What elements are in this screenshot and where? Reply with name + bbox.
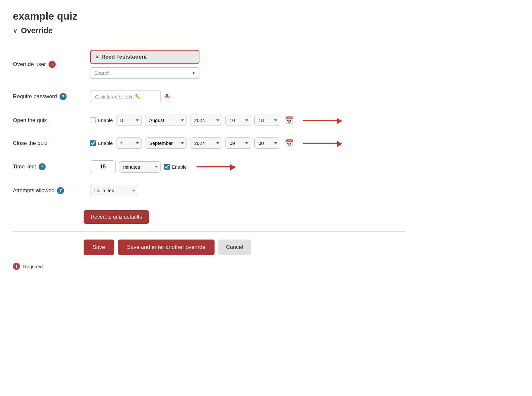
password-placeholder: Click to enter text	[95, 94, 132, 99]
close-quiz-minute-select[interactable]: 00	[254, 137, 280, 149]
time-limit-label: Time limit	[13, 164, 36, 170]
time-limit-arrow	[197, 166, 235, 167]
open-quiz-month-select[interactable]: August	[145, 115, 187, 126]
close-quiz-label-cell: Close the quiz	[13, 140, 84, 146]
open-quiz-field: Enable 8 August 2024 10 18 📅	[90, 115, 405, 126]
require-password-label-cell: Require password ?	[13, 93, 84, 100]
attempts-allowed-label: Attempts allowed	[13, 187, 54, 194]
close-quiz-hour-select[interactable]: 09	[225, 137, 251, 149]
override-user-row: Override user ! × Reed Teststudent Searc…	[13, 44, 405, 84]
time-limit-enable-checkbox[interactable]: Enable	[164, 164, 187, 170]
override-user-field: × Reed Teststudent Search ▼	[90, 50, 405, 79]
selected-user-tag[interactable]: × Reed Teststudent	[90, 50, 199, 64]
close-quiz-arrow	[303, 143, 342, 144]
help-icon-attempts[interactable]: ?	[57, 187, 64, 194]
divider	[13, 231, 405, 232]
open-quiz-enable-checkbox[interactable]: Enable	[90, 118, 113, 123]
close-quiz-day-select[interactable]: 4	[116, 137, 142, 149]
required-note: ! Required	[13, 263, 405, 270]
close-quiz-row: Close the quiz Enable 4 September 2024 0…	[13, 132, 405, 155]
open-quiz-minute-select[interactable]: 18	[254, 115, 280, 126]
help-icon-password[interactable]: ?	[60, 93, 67, 100]
save-button[interactable]: Save	[84, 240, 114, 255]
time-unit-select[interactable]: minutes hours	[119, 161, 161, 173]
required-text: Required	[23, 264, 43, 269]
require-password-row: Require password ? Click to enter text ✏…	[13, 84, 405, 109]
time-limit-enable-label: Enable	[172, 164, 187, 170]
close-quiz-month-select[interactable]: September	[145, 137, 187, 149]
chevron-icon: ∨	[13, 27, 18, 34]
required-icon-override: !	[49, 61, 56, 68]
open-quiz-label-cell: Open the quiz	[13, 117, 84, 124]
dropdown-arrow-icon: ▼	[192, 71, 195, 75]
remove-user-button[interactable]: ×	[96, 54, 99, 60]
open-quiz-label: Open the quiz	[13, 117, 47, 124]
open-quiz-arrow	[303, 120, 342, 121]
open-quiz-day-select[interactable]: 8	[116, 115, 142, 126]
page-title: example quiz	[13, 10, 405, 22]
search-placeholder: Search	[94, 70, 110, 76]
eye-icon[interactable]: 👁	[164, 93, 170, 100]
cancel-button[interactable]: Cancel	[218, 240, 251, 255]
password-input-wrap: Click to enter text ✏️ 👁	[90, 90, 170, 103]
close-quiz-enable-label: Enable	[98, 140, 113, 146]
bottom-buttons: Save Save and enter another override Can…	[84, 240, 405, 255]
attempts-allowed-row: Attempts allowed ? Unlimited 1 2 3 4 5	[13, 179, 405, 202]
selected-user-name: Reed Teststudent	[101, 54, 147, 60]
help-icon-timelimit[interactable]: ?	[39, 163, 46, 170]
open-quiz-calendar-icon[interactable]: 📅	[285, 116, 293, 125]
close-quiz-year-select[interactable]: 2024	[190, 137, 222, 149]
save-another-button[interactable]: Save and enter another override	[118, 240, 215, 255]
time-limit-row: Time limit ? minutes hours Enable	[13, 155, 405, 179]
close-quiz-checkbox[interactable]	[90, 140, 96, 146]
time-limit-checkbox[interactable]	[164, 164, 170, 170]
section-header: ∨ Override	[13, 26, 405, 35]
section-title: Override	[21, 26, 53, 35]
revert-section: Revert to quiz defaults	[13, 207, 405, 224]
close-quiz-label: Close the quiz	[13, 140, 48, 146]
user-search-dropdown[interactable]: Search ▼	[90, 67, 199, 79]
attempts-allowed-label-cell: Attempts allowed ?	[13, 187, 84, 194]
password-text-input[interactable]: Click to enter text ✏️	[90, 90, 161, 103]
close-quiz-field: Enable 4 September 2024 09 00 📅	[90, 137, 405, 149]
override-user-label: Override user	[13, 61, 46, 68]
revert-button[interactable]: Revert to quiz defaults	[84, 210, 149, 224]
open-quiz-hour-select[interactable]: 10	[225, 115, 251, 126]
required-icon-note: !	[13, 263, 20, 270]
edit-icon: ✏️	[134, 94, 140, 99]
open-quiz-row: Open the quiz Enable 8 August 2024 10 18…	[13, 109, 405, 132]
close-quiz-calendar-icon[interactable]: 📅	[285, 139, 293, 147]
attempts-allowed-field: Unlimited 1 2 3 4 5	[90, 185, 405, 196]
time-limit-field: minutes hours Enable	[90, 160, 405, 173]
time-limit-input[interactable]	[90, 160, 116, 173]
require-password-field: Click to enter text ✏️ 👁	[90, 90, 405, 103]
open-quiz-enable-label: Enable	[98, 118, 113, 123]
require-password-label: Require password	[13, 93, 57, 100]
close-quiz-enable-checkbox[interactable]: Enable	[90, 140, 113, 146]
attempts-select[interactable]: Unlimited 1 2 3 4 5	[90, 185, 138, 196]
open-quiz-checkbox[interactable]	[90, 118, 96, 123]
time-limit-label-cell: Time limit ?	[13, 163, 84, 170]
open-quiz-year-select[interactable]: 2024	[190, 115, 222, 126]
override-user-label-cell: Override user !	[13, 61, 84, 68]
